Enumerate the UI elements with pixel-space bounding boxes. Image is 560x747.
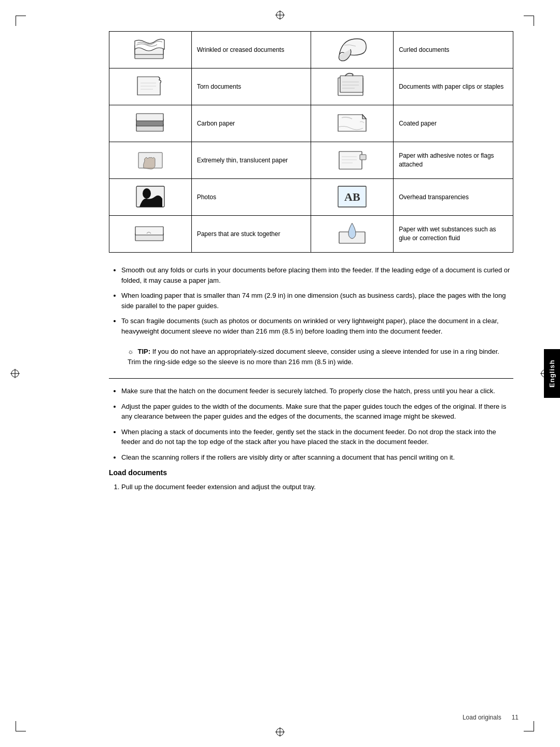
load-documents-section: Load documents Pull up the document feed…: [109, 468, 513, 492]
bullet-item: When placing a stack of documents into t…: [121, 427, 513, 447]
bullet-item: When loading paper that is smaller than …: [121, 290, 513, 311]
label-coated: Coated paper: [394, 105, 513, 142]
bullet-item: Clean the scanning rollers if the roller…: [121, 452, 513, 463]
icon-cell-curled: [311, 32, 394, 68]
icon-cell-photo: [109, 179, 192, 216]
table-row: Wrinkled or creased documents Curled doc…: [109, 32, 513, 68]
icon-cell-thin: [109, 142, 192, 179]
bullet-item: Make sure that the hatch on the document…: [121, 386, 513, 396]
footer-page-number: 11: [512, 714, 519, 721]
bullet-item: Smooth out any folds or curls in your do…: [121, 265, 513, 285]
label-torn: Torn documents: [191, 68, 311, 105]
stuck-papers-icon: [132, 219, 169, 247]
icon-cell-wrinkled: [109, 32, 192, 68]
icon-cell-coated: [311, 105, 394, 142]
icon-cell-adhesive: [311, 142, 394, 179]
icon-cell-stuck: [109, 216, 192, 253]
page: English Wrinkled or creased documents: [0, 0, 560, 747]
load-documents-list: Pull up the document feeder extension an…: [109, 482, 513, 492]
label-carbon: Carbon paper: [191, 105, 311, 142]
svg-rect-27: [360, 155, 366, 160]
torn-paper-icon: [132, 72, 169, 100]
svg-point-32: [143, 188, 151, 199]
svg-text:AB: AB: [344, 190, 360, 203]
label-curled: Curled documents: [394, 32, 513, 68]
svg-rect-24: [136, 114, 163, 121]
bullet-list-1: Smooth out any folds or curls in your do…: [109, 265, 513, 336]
tip-text: If you do not have an appropriately-size…: [128, 348, 499, 366]
reg-mark-top: [275, 10, 285, 20]
paper-clips-icon: [334, 72, 370, 100]
corner-mark-bl: [16, 721, 26, 731]
label-stuck: Papers that are stuck together: [191, 216, 311, 253]
english-tab: English: [544, 349, 560, 398]
doc-types-table: Wrinkled or creased documents Curled doc…: [109, 31, 513, 253]
bullet-item: To scan fragile documents (such as photo…: [121, 316, 513, 336]
reg-mark-left: [10, 369, 20, 378]
icon-cell-torn: [109, 68, 192, 105]
icon-cell-overhead: AB: [311, 179, 394, 216]
table-row: Torn documents Documents with paper clip…: [109, 68, 513, 105]
footer: Load originals 11: [463, 714, 519, 721]
label-overhead: Overhead transparencies: [394, 179, 513, 216]
reg-mark-bottom: [275, 727, 285, 737]
coated-paper-icon: [334, 108, 370, 137]
corner-mark-br: [524, 721, 534, 731]
overhead-transparency-icon: AB: [334, 182, 370, 211]
svg-rect-26: [339, 151, 362, 169]
carbon-paper-icon: [132, 108, 169, 137]
section-divider: [109, 378, 513, 379]
icon-cell-carbon: [109, 105, 192, 142]
corner-mark-tl: [16, 16, 26, 26]
label-adhesive: Paper with adhesive notes or flags attac…: [394, 142, 513, 179]
curled-paper-icon: [334, 35, 370, 63]
icon-cell-clips: [311, 68, 394, 105]
label-photo: Photos: [191, 179, 311, 216]
wrinkled-papers-icon: [132, 35, 169, 63]
adhesive-notes-icon: [334, 145, 370, 174]
footer-label: Load originals: [463, 714, 501, 721]
table-row: Papers that are stuck together Paper wit…: [109, 216, 513, 253]
table-row: Extremely thin, translucent paper Paper …: [109, 142, 513, 179]
tip-label: TIP:: [138, 348, 151, 355]
thin-paper-icon: [132, 145, 169, 174]
icon-cell-wet: [311, 216, 394, 253]
load-docs-step: Pull up the document feeder extension an…: [121, 482, 513, 492]
label-wet: Paper with wet substances such as glue o…: [394, 216, 513, 253]
corner-mark-tr: [524, 16, 534, 26]
bullet-item: Adjust the paper guides to the width of …: [121, 402, 513, 422]
table-row: Carbon paper Coated paper: [109, 105, 513, 142]
label-clips: Documents with paper clips or staples: [394, 68, 513, 105]
bullet-list-2: Make sure that the hatch on the document…: [109, 386, 513, 462]
load-documents-title: Load documents: [109, 468, 513, 477]
photo-icon: [132, 182, 169, 211]
table-row: Photos AB Overhead transparencies: [109, 179, 513, 216]
wet-paper-icon: [334, 219, 370, 247]
tip-icon: ☼: [128, 347, 134, 357]
svg-rect-18: [340, 76, 363, 92]
svg-rect-36: [135, 227, 163, 235]
label-wrinkled: Wrinkled or creased documents: [191, 32, 311, 68]
label-thin: Extremely thin, translucent paper: [191, 142, 311, 179]
tip-box: ☼ TIP: If you do not have an appropriate…: [121, 342, 513, 371]
